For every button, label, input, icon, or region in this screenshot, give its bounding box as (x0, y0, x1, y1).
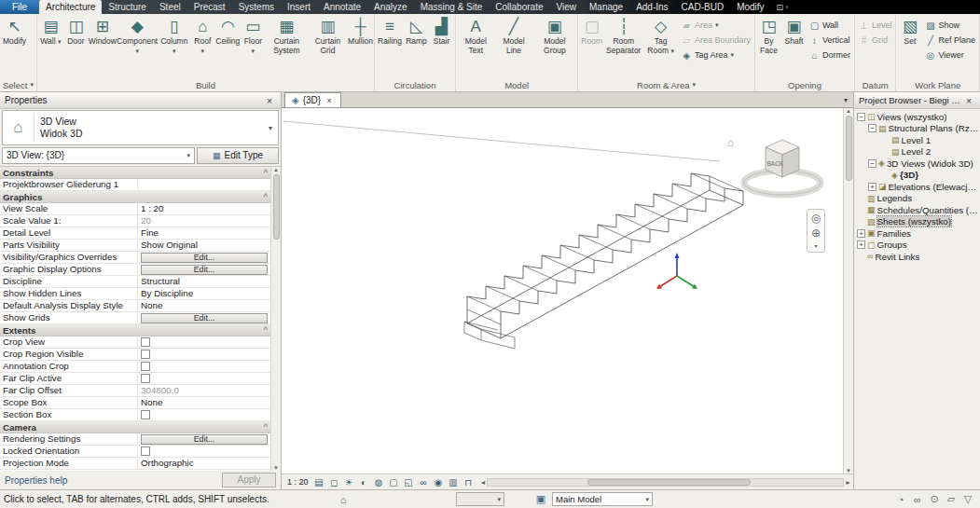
tab-architecture[interactable]: Architecture (39, 0, 102, 14)
model-line-button[interactable]: ╱Model Line (494, 15, 532, 78)
scrollbar-thumb[interactable] (273, 174, 280, 240)
tab-insert[interactable]: Insert (281, 0, 317, 14)
background-processes-icon[interactable]: ◔ (894, 494, 907, 505)
tree-item-level-2[interactable]: ▤Level 2 (854, 146, 980, 158)
graphic-display-options-edit-button[interactable]: Edit... (141, 265, 268, 275)
tab-view[interactable]: View (549, 0, 583, 14)
zoom-icon[interactable]: ⊕ (811, 227, 821, 240)
tree-item-groups[interactable]: +▢Groups (854, 240, 980, 252)
section-constraints[interactable]: Constraints^ (0, 167, 270, 179)
room-button[interactable]: ▢Room (579, 15, 604, 78)
shadows-icon[interactable]: ◐ (357, 475, 371, 489)
model-canvas[interactable]: ⌂ BACK ◎ ⊕ ▾ (282, 108, 853, 474)
temporary-view-properties-icon[interactable]: ▥ (447, 475, 461, 489)
canvas-horizontal-scrollbar[interactable]: ◄ ► (478, 474, 853, 489)
rendering-settings-edit-button[interactable]: Edit... (141, 434, 268, 445)
railing-button[interactable]: ≡Railing (376, 15, 404, 78)
viewcube[interactable]: BACK (738, 130, 827, 201)
tab-cad-bud[interactable]: CAD-BUD (675, 0, 731, 14)
tab-structure[interactable]: Structure (102, 0, 153, 14)
tab-modify[interactable]: Modify (730, 0, 770, 14)
navigation-wheel-icon[interactable]: ◎ (811, 213, 821, 225)
shaft-button[interactable]: ▣Shaft (781, 15, 807, 78)
by-face-button[interactable]: ◳By Face (756, 15, 781, 78)
far-clip-active-checkbox[interactable] (141, 374, 150, 383)
tree-item-schedules[interactable]: ▦Schedules/Quantities (wszystk... (854, 204, 980, 216)
tab-analyze[interactable]: Analyze (367, 0, 414, 14)
floor-button[interactable]: ▭Floor ▾ (241, 15, 266, 78)
ref-plane-button[interactable]: ╱Ref Plane (922, 33, 978, 48)
viewer-button[interactable]: ◎Viewer (922, 48, 978, 62)
expand-icon[interactable]: + (857, 240, 865, 249)
crop-view-icon[interactable]: ▢ (387, 475, 401, 489)
collapse-icon[interactable]: − (868, 124, 876, 132)
view-tab-3d[interactable]: ◈ {3D} × (284, 92, 341, 107)
scrollbar-track[interactable] (487, 478, 844, 487)
section-box-checkbox[interactable] (141, 410, 150, 419)
properties-scrollbar[interactable]: ▲ ▼ (270, 167, 281, 471)
tab-list-icon[interactable]: ▾ (838, 96, 853, 104)
chevron-down-icon[interactable]: ▾ (814, 242, 817, 249)
annotation-crop-checkbox[interactable] (141, 362, 150, 371)
scroll-left-icon[interactable]: ◄ (480, 479, 487, 486)
tab-manage[interactable]: Manage (583, 0, 629, 14)
curtain-grid-button[interactable]: ▥Curtain Grid (308, 15, 348, 78)
show-button[interactable]: ▨Show (922, 18, 978, 33)
tab-systems[interactable]: Systems (232, 0, 281, 14)
scroll-up-icon[interactable]: ▲ (273, 167, 279, 172)
selection-filter-icon[interactable]: ▽ (961, 493, 974, 505)
tree-item-families[interactable]: +▣Families (854, 227, 980, 240)
mullion-button[interactable]: ┼Mullion (348, 15, 373, 78)
rendering-dialog-icon[interactable]: ◍ (372, 475, 386, 489)
stair-button[interactable]: ▟Stair (429, 15, 454, 78)
modify-button[interactable]: ↖ Modify (1, 15, 28, 78)
model-group-button[interactable]: ▣Model Group (532, 15, 576, 78)
project-browser-header[interactable]: Project Browser - Biegi SEAHAL... × (854, 92, 980, 109)
active-workset-selector[interactable]: ▾ (456, 492, 504, 506)
select-underlay-icon[interactable]: ▱ (945, 493, 958, 505)
component-button[interactable]: ◆Component ▾ (117, 15, 159, 78)
design-option-selector[interactable]: Main Model▾ (552, 492, 653, 506)
properties-help-link[interactable]: Properties help (5, 475, 67, 486)
group-label-room-area[interactable]: Room & Area▾ (579, 78, 753, 91)
select-pinned-icon[interactable]: ⊙ (928, 493, 941, 505)
tree-item-level-1[interactable]: ▤Level 1 (854, 134, 980, 146)
navigation-bar[interactable]: ◎ ⊕ ▾ (807, 209, 825, 253)
crop-view-checkbox[interactable] (141, 337, 150, 347)
dormer-button[interactable]: ⌂Dormer (807, 48, 853, 62)
level-button[interactable]: ⊥Level (856, 18, 895, 33)
room-separator-button[interactable]: ┆Room Separator (604, 15, 642, 78)
tab-add-ins[interactable]: Add-Ins (629, 0, 674, 14)
temporary-hide-isolate-icon[interactable]: ∞ (417, 475, 431, 489)
design-options-icon[interactable]: ▣ (534, 493, 547, 505)
tree-item-elevations[interactable]: +◪Elevations (Elewacja budynk... (854, 181, 980, 193)
close-icon[interactable]: × (962, 95, 975, 106)
tag-area-button[interactable]: ◈Tag Area▾ (679, 48, 753, 62)
tab-precast[interactable]: Precast (187, 0, 232, 14)
reveal-hidden-icon[interactable]: ◉ (432, 475, 446, 489)
scroll-down-icon[interactable]: ▼ (846, 468, 851, 474)
column-button[interactable]: ▯Column ▾ (159, 15, 190, 78)
expand-icon[interactable]: + (868, 183, 876, 191)
tree-item-3d[interactable]: ◈{3D} (854, 170, 980, 182)
select-links-icon[interactable]: ∞ (911, 494, 924, 505)
section-graphics[interactable]: Graphics^ (0, 191, 270, 203)
area-boundary-button[interactable]: ▱Area Boundary (679, 33, 753, 48)
collapse-icon[interactable]: − (868, 159, 876, 168)
scroll-right-icon[interactable]: ► (845, 479, 851, 486)
crop-region-visible-checkbox[interactable] (141, 350, 150, 359)
window-button[interactable]: ⊞Window (89, 15, 117, 78)
ramp-button[interactable]: ◺Ramp (404, 15, 429, 78)
scroll-down-icon[interactable]: ▼ (273, 465, 279, 471)
type-selector[interactable]: ⌂ 3D ViewWidok 3D ▾ (2, 110, 279, 145)
close-icon[interactable]: × (324, 96, 334, 105)
scrollbar-thumb[interactable] (587, 479, 751, 486)
collapse-icon[interactable]: − (857, 113, 865, 121)
tree-item-3d-views[interactable]: −◈3D Views (Widok 3D) (854, 158, 980, 170)
show-crop-region-icon[interactable]: ◱ (402, 475, 416, 489)
group-label-select[interactable]: Select▾ (1, 78, 35, 91)
locked-orientation-checkbox[interactable] (141, 446, 150, 456)
expand-icon[interactable]: + (857, 229, 865, 238)
show-constraints-icon[interactable]: ⊓ (462, 475, 476, 489)
wall-button[interactable]: ▤Wall ▾ (38, 15, 63, 78)
